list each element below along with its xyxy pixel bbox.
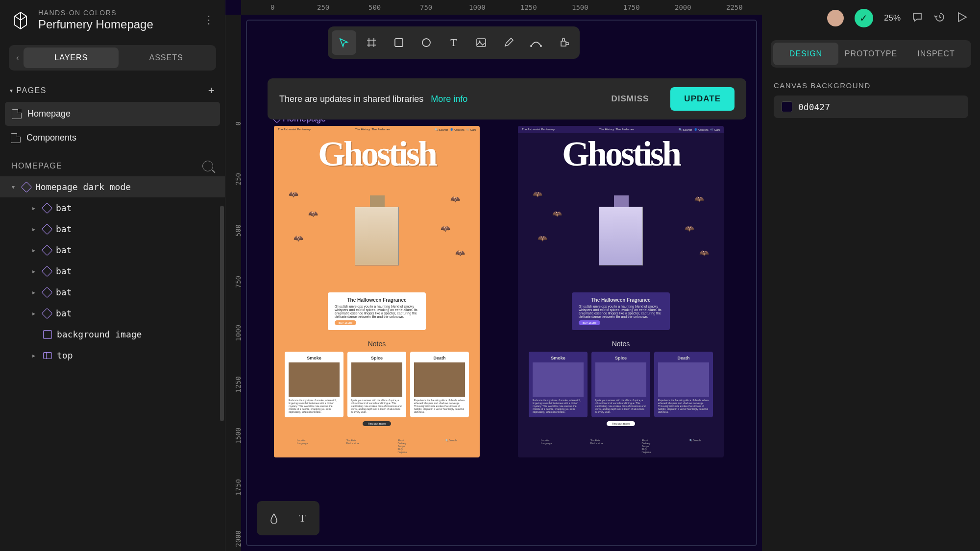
chevron-right-icon[interactable]: ▸ (29, 310, 38, 317)
layer-row-frame[interactable]: ▾ Homepage dark mode (0, 176, 225, 197)
layout-icon (43, 352, 52, 359)
image-tool-icon[interactable] (469, 30, 493, 55)
layer-row-component[interactable]: ▸ bat (0, 197, 225, 218)
add-page-icon[interactable]: + (208, 84, 215, 97)
artboard-light[interactable]: The Alchemist Perfumery The History The … (274, 126, 480, 457)
chevron-left-icon[interactable]: ‹ (11, 53, 24, 62)
svg-point-4 (530, 45, 532, 47)
tab-inspect[interactable]: INSPECT (904, 43, 969, 65)
chevron-right-icon[interactable]: ▸ (29, 247, 38, 254)
path-tool-icon[interactable] (524, 30, 548, 55)
tab-prototype[interactable]: PROTOTYPE (838, 43, 904, 65)
prop-label: CANVAS BACKGROUND (774, 81, 968, 90)
tools-toolbar: T (328, 26, 580, 59)
page-icon (12, 109, 22, 119)
frame-tool-icon[interactable] (359, 30, 384, 55)
play-icon[interactable] (956, 11, 967, 25)
tab-layers[interactable]: LAYERS (24, 48, 119, 68)
page-item-components[interactable]: Components (0, 126, 225, 150)
color-input-row[interactable]: 0d0427 (774, 96, 968, 118)
svg-point-5 (540, 45, 542, 47)
file-menu-icon[interactable]: ⋮ (203, 14, 215, 26)
layer-row-component[interactable]: ▸ bat (0, 240, 225, 261)
layer-label: bat (56, 203, 72, 213)
plugin-tool-icon[interactable] (551, 30, 576, 55)
chevron-right-icon[interactable]: ▸ (29, 352, 38, 359)
rectangle-tool-icon[interactable] (387, 30, 411, 55)
banner-message: There are updates in shared libraries Mo… (279, 94, 589, 104)
chevron-down-icon[interactable]: ▾ (9, 184, 18, 191)
search-icon[interactable] (202, 161, 213, 171)
hero-card: The Halloween Fragrance Ghostish envelop… (572, 292, 670, 330)
zoom-level[interactable]: 25% (884, 13, 901, 23)
component-icon (42, 223, 53, 235)
layer-row-component[interactable]: ▸ bat (0, 303, 225, 324)
page-label: Components (26, 133, 76, 143)
page-item-homepage[interactable]: Homepage (5, 102, 220, 126)
layer-row-component[interactable]: ▸ bat (0, 282, 225, 303)
pen-tool-icon[interactable] (496, 30, 521, 55)
update-banner: There are updates in shared libraries Mo… (268, 78, 746, 120)
layer-label: bat (56, 266, 72, 276)
pages-section-header: ▾ PAGES + (0, 75, 225, 102)
layers-section-header: HOMEPAGE (0, 150, 225, 176)
artboard-dark[interactable]: The Alchemist Perfumery The History The … (518, 126, 724, 457)
hero-title: Ghostish (518, 133, 724, 170)
tab-assets[interactable]: ASSETS (119, 48, 214, 68)
hero-card: The Halloween Fragrance Ghostish envelop… (328, 292, 426, 330)
canvas[interactable]: 0 250 500 750 1000 1250 1500 1750 2000 2… (225, 0, 762, 551)
layer-label: Homepage dark mode (35, 182, 131, 192)
canvas-viewport[interactable]: T There are updates in shared libraries … (246, 20, 757, 546)
page-icon (11, 133, 21, 143)
frame-icon (21, 181, 32, 192)
breadcrumb[interactable]: HANDS-ON COLORS (38, 9, 196, 17)
image-icon (43, 330, 52, 339)
app-logo-icon (10, 9, 31, 31)
layer-row-image[interactable]: background image (0, 324, 225, 345)
color-swatch[interactable] (782, 101, 792, 112)
perfume-bottle (599, 207, 643, 265)
panel-tabs: ‹ LAYERS ASSETS (9, 45, 216, 71)
history-icon[interactable] (934, 11, 946, 25)
dismiss-button[interactable]: DISMISS (597, 87, 662, 111)
chevron-right-icon[interactable]: ▸ (29, 289, 38, 296)
chevron-right-icon[interactable]: ▸ (29, 226, 38, 233)
scrollbar-thumb[interactable] (220, 206, 224, 421)
chevron-down-icon[interactable]: ▾ (10, 87, 14, 94)
chevron-right-icon[interactable]: ▸ (29, 205, 38, 212)
layer-label: bat (56, 224, 72, 234)
comment-icon[interactable] (911, 11, 923, 25)
file-title[interactable]: Perfumery Homepage (38, 18, 196, 31)
tab-design[interactable]: DESIGN (773, 43, 838, 65)
update-button[interactable]: UPDATE (670, 87, 735, 111)
component-icon (42, 265, 53, 277)
svg-point-1 (422, 39, 430, 47)
drop-tool-icon[interactable] (262, 506, 286, 530)
ellipse-tool-icon[interactable] (414, 30, 439, 55)
layer-label: background image (57, 329, 142, 339)
svg-rect-0 (395, 39, 403, 47)
text-tool-icon[interactable]: T (441, 30, 466, 55)
layer-row-component[interactable]: ▸ bat (0, 261, 225, 282)
page-label: Homepage (27, 109, 71, 119)
chevron-right-icon[interactable]: ▸ (29, 268, 38, 275)
color-value[interactable]: 0d0427 (798, 102, 830, 112)
sync-status-icon[interactable]: ✓ (855, 9, 873, 27)
svg-rect-2 (477, 39, 486, 47)
layer-row-component[interactable]: ▸ bat (0, 218, 225, 240)
perfume-bottle (355, 207, 399, 265)
user-avatar[interactable] (827, 10, 844, 26)
mock-nav: The Alchemist Perfumery The History The … (518, 126, 724, 133)
top-actions: ✓ 25% (762, 0, 980, 36)
ruler-vertical: 0 250 500 750 1000 1250 1500 1750 2000 (225, 15, 241, 551)
move-tool-icon[interactable] (332, 30, 356, 55)
pages-heading: PAGES (17, 86, 47, 95)
layer-label: bat (56, 308, 72, 318)
ruler-horizontal: 0 250 500 750 1000 1250 1500 1750 2000 2… (241, 0, 762, 15)
type-tool-icon[interactable]: T (290, 506, 315, 530)
more-info-link[interactable]: More info (431, 94, 467, 104)
file-header: HANDS-ON COLORS Perfumery Homepage ⋮ (0, 0, 225, 40)
mock-nav: The Alchemist Perfumery The History The … (274, 126, 480, 133)
inspector-tabs: DESIGN PROTOTYPE INSPECT (771, 40, 971, 68)
layer-row-layout[interactable]: ▸ top (0, 345, 225, 366)
